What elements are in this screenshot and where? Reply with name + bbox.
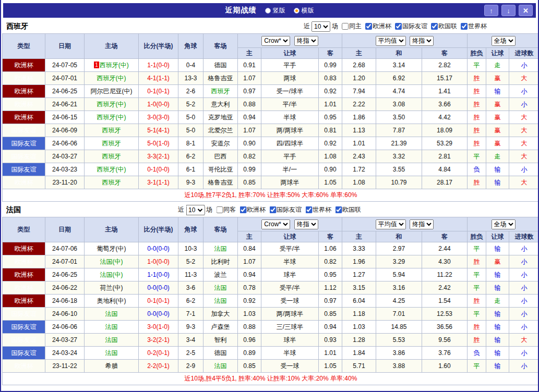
away-team[interactable]: 智利 [214, 336, 227, 344]
league-checkbox-0[interactable]: 欧洲杯 [365, 22, 391, 31]
let-result-text: 走 [495, 62, 501, 69]
match-row: 欧洲杯 24-06-25 阿尔巴尼亚(中) 0-1(0-1) 2-6 西班牙 0… [3, 85, 539, 98]
away-team[interactable]: 意大利 [211, 101, 230, 108]
away-team[interactable]: 德国 [214, 349, 227, 357]
league-checkbox-2[interactable]: 欧国联 [431, 22, 457, 31]
layout-vertical-radio[interactable]: 竖版 [265, 6, 285, 15]
scroll-down-button[interactable]: ↓ [501, 5, 516, 16]
league-checkbox-0[interactable]: 欧洲杯 [239, 205, 266, 214]
league-input-3[interactable] [335, 206, 342, 213]
scope-select[interactable]: 全场 [492, 219, 516, 229]
euro-away-odds-cell: 36.56 [422, 321, 468, 334]
let-result-cell: 走 [486, 295, 509, 308]
asia-odds-time-select[interactable]: 终指 [294, 36, 318, 46]
league-input-2[interactable] [431, 23, 438, 30]
league-input-3[interactable] [461, 23, 468, 30]
home-team[interactable]: 西班牙 [102, 127, 121, 134]
league-input-0[interactable] [365, 23, 372, 30]
euro-odds-time-select[interactable]: 终指 [410, 36, 434, 46]
home-team[interactable]: 西班牙(中) [97, 166, 126, 173]
home-team[interactable]: 法国 [105, 336, 118, 344]
asia-odds-source-select[interactable]: Crow* [261, 36, 290, 46]
close-button[interactable]: ✕ [519, 5, 533, 16]
away-team[interactable]: 西班牙 [211, 88, 230, 95]
home-team[interactable]: 西班牙 [102, 179, 121, 186]
away-team[interactable]: 法国 [214, 297, 227, 304]
date-cell: 24-03-27 [45, 334, 85, 347]
league-checkbox-3[interactable]: 世界杯 [461, 22, 487, 31]
scope-select[interactable]: 全场 [492, 36, 516, 46]
league-label-2: 欧国联 [438, 22, 457, 31]
league-input-2[interactable] [305, 206, 312, 213]
competition-cell: 欧洲杯 [3, 255, 45, 268]
date-cell: 23-11-22 [45, 360, 85, 373]
away-team[interactable]: 比利时 [211, 258, 230, 265]
home-team[interactable]: 荷兰(中) [100, 284, 123, 291]
let-result-cell: 赢 [486, 137, 509, 150]
away-team[interactable]: 巴西 [214, 153, 227, 160]
match-count-select[interactable]: 10 [186, 205, 205, 215]
euro-home-odds-cell: 1.03 [342, 321, 376, 334]
away-team[interactable]: 北爱尔兰 [208, 127, 233, 134]
corner-cell: 7-1 [178, 308, 203, 321]
away-team[interactable]: 德国 [214, 62, 227, 69]
league-checkbox-3[interactable]: 欧国联 [335, 205, 361, 214]
home-team[interactable]: 西班牙(中) [97, 75, 126, 82]
result-text: 胜 [474, 114, 480, 121]
home-team[interactable]: 法国 [105, 349, 118, 357]
goals-text: 小 [521, 166, 528, 173]
away-team[interactable]: 哥伦比亚 [208, 166, 233, 173]
home-team[interactable]: 西班牙 [102, 153, 121, 160]
league-checkbox-1[interactable]: 国际友谊 [269, 205, 302, 214]
score-cell: 5-0(1-0) [139, 137, 178, 150]
same-venue-checkbox[interactable]: 同主 [342, 22, 362, 31]
asia-odds-source-select[interactable]: Crow* [261, 219, 290, 229]
home-team[interactable]: 奥地利(中) [97, 297, 126, 304]
away-team[interactable]: 加拿大 [211, 310, 230, 317]
home-team[interactable]: 葡萄牙(中) [97, 245, 126, 252]
away-team[interactable]: 法国 [214, 284, 227, 291]
home-team[interactable]: 西班牙(中) [97, 114, 126, 121]
asia-odds-time-select[interactable]: 终指 [294, 219, 318, 229]
away-team[interactable]: 格鲁吉亚 [208, 75, 233, 82]
home-team[interactable]: 西班牙(中) [97, 101, 126, 108]
same-venue-checkbox[interactable]: 同客 [216, 205, 236, 214]
league-input-1[interactable] [395, 23, 402, 30]
away-team[interactable]: 法国 [214, 362, 227, 370]
euro-home-odds-cell: 1.13 [342, 124, 376, 137]
score-text: 3-0(3-0) [147, 114, 170, 121]
league-input-1[interactable] [269, 206, 276, 213]
away-team[interactable]: 克罗地亚 [208, 114, 233, 121]
away-team[interactable]: 卢森堡 [211, 323, 230, 330]
away-team[interactable]: 波兰 [214, 271, 227, 278]
result-cell: 平 [468, 360, 486, 373]
home-team[interactable]: 法国 [105, 310, 118, 317]
league-checkbox-1[interactable]: 国际友谊 [395, 22, 427, 31]
away-team[interactable]: 格鲁吉亚 [208, 179, 233, 186]
league-input-0[interactable] [239, 206, 246, 213]
goals-text: 小 [521, 101, 528, 108]
match-count-select[interactable]: 10 [312, 21, 330, 32]
same-venue-input[interactable] [342, 23, 349, 30]
layout-horizontal-radio[interactable]: 横版 [294, 6, 314, 15]
home-team[interactable]: 法国(中) [100, 258, 123, 265]
home-cell: 西班牙 [85, 176, 139, 189]
home-team[interactable]: 西班牙 [102, 140, 121, 147]
scroll-up-button[interactable]: ↑ [484, 5, 498, 16]
away-team[interactable]: 法国 [214, 245, 227, 252]
asia-away-odds-cell: 1.05 [319, 176, 342, 189]
euro-odds-source-select[interactable]: 平均值 [376, 219, 406, 229]
euro-odds-source-select[interactable]: 平均值 [376, 36, 406, 46]
home-team[interactable]: 西班牙(中) [100, 62, 129, 69]
euro-odds-time-select[interactable]: 终指 [410, 219, 434, 229]
league-checkbox-2[interactable]: 世界杯 [305, 205, 331, 214]
score-cell: 0-2(0-1) [139, 347, 178, 360]
home-cell: 奥地利(中) [85, 295, 139, 308]
away-team[interactable]: 安道尔 [211, 140, 230, 147]
home-team[interactable]: 希腊 [105, 362, 118, 370]
same-venue-input[interactable] [216, 206, 223, 213]
euro-draw-odds-cell: 4.74 [376, 85, 422, 98]
home-team[interactable]: 法国(中) [100, 271, 123, 278]
home-team[interactable]: 阿尔巴尼亚(中) [91, 88, 133, 95]
home-team[interactable]: 法国 [105, 323, 118, 330]
